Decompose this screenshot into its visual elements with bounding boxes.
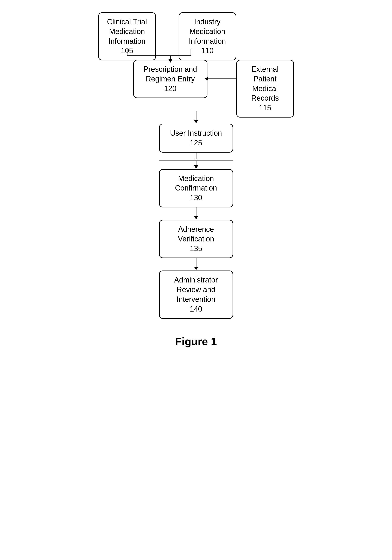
svg-marker-16 — [194, 267, 198, 270]
adherence-verification-box: Adherence Verification 135 — [159, 220, 233, 258]
prescription-regimen-box: Prescription and Regimen Entry 120 — [133, 60, 207, 98]
arrow-user-to-divider — [159, 153, 233, 169]
clinical-trial-box: Clinical Trial Medication Information 10… — [98, 12, 156, 60]
svg-marker-8 — [194, 120, 198, 123]
arrow-adherence-to-admin — [190, 258, 202, 270]
external-records-box: External Patient Medical Records 115 — [236, 60, 294, 118]
svg-marker-14 — [194, 216, 198, 219]
figure-caption: Figure 1 — [175, 335, 217, 348]
industry-medication-box: Industry Medication Information 110 — [179, 12, 236, 60]
arrow-prescription-to-user — [190, 111, 202, 124]
diagram-container: Clinical Trial Medication Information 10… — [98, 12, 294, 348]
user-instruction-box: User Instruction 125 — [159, 124, 233, 153]
arrow-medication-to-adherence — [190, 207, 202, 220]
top-section: Clinical Trial Medication Information 10… — [98, 12, 294, 111]
main-vertical-flow: User Instruction 125 Medication Confirma… — [98, 111, 294, 348]
svg-marker-12 — [194, 165, 198, 169]
admin-review-box: Administrator Review and Intervention 14… — [159, 270, 233, 319]
medication-confirmation-box: Medication Confirmation 130 — [159, 169, 233, 207]
